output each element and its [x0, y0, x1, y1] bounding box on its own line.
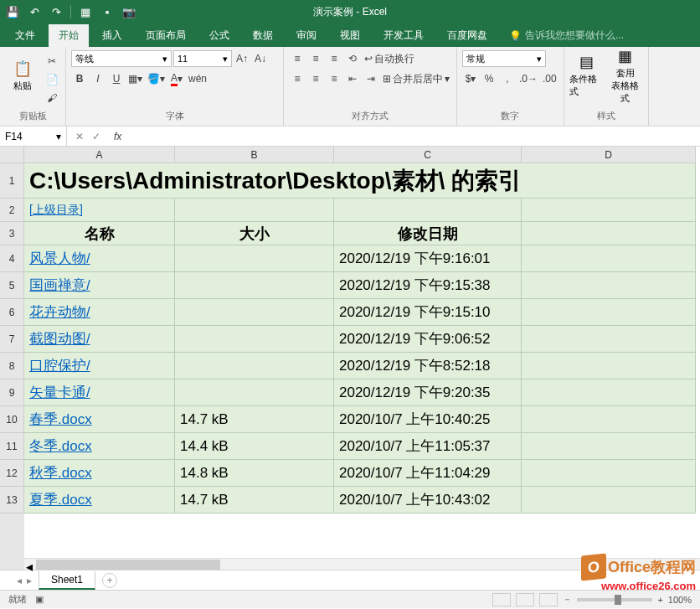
tab-file[interactable]: 文件	[5, 24, 45, 47]
cell-d7[interactable]	[522, 326, 696, 353]
cell-size[interactable]	[175, 245, 334, 272]
underline-button[interactable]: U	[108, 70, 125, 87]
font-color-button[interactable]: A▾	[168, 70, 185, 87]
cell-size[interactable]: 14.8 kB	[175, 460, 334, 487]
cell-date[interactable]: 2020/10/7 上午10:40:25	[334, 406, 522, 433]
row-header-11[interactable]: 11	[0, 433, 24, 460]
format-painter-icon[interactable]: 🖌	[44, 90, 60, 106]
macro-record-icon[interactable]: ▣	[35, 594, 44, 605]
cell-d13[interactable]	[522, 487, 696, 514]
align-top-icon[interactable]: ≡	[289, 50, 306, 67]
font-size-dropdown[interactable]: 11▾	[173, 50, 232, 67]
cell-d11[interactable]	[522, 433, 696, 460]
tab-dev[interactable]: 开发工具	[373, 24, 434, 47]
merge-button[interactable]: ⊞合并后居中▾	[381, 70, 451, 87]
wrap-text-button[interactable]: ↩自动换行	[363, 50, 416, 67]
page-layout-view-icon[interactable]	[516, 593, 534, 606]
col-header-d[interactable]: D	[522, 147, 696, 163]
orientation-icon[interactable]: ⟲	[344, 50, 361, 67]
file-link[interactable]: 夏季.docx	[24, 487, 175, 514]
row-header-2[interactable]: 2	[0, 199, 24, 222]
tab-data[interactable]: 数据	[243, 24, 283, 47]
cell-date[interactable]: 2020/10/7 上午11:05:37	[334, 433, 522, 460]
sheet-nav-prev-icon[interactable]: ◂	[17, 575, 22, 586]
decrease-indent-icon[interactable]: ⇤	[344, 70, 361, 87]
sheet-nav-next-icon[interactable]: ▸	[27, 575, 32, 586]
cell-date[interactable]: 2020/10/7 上午11:04:29	[334, 460, 522, 487]
increase-indent-icon[interactable]: ⇥	[363, 70, 379, 87]
folder-link[interactable]: 花卉动物/	[24, 299, 175, 326]
header-date[interactable]: 修改日期	[334, 222, 522, 245]
row-header-9[interactable]: 9	[0, 379, 24, 406]
qat-item-2-icon[interactable]: ▪	[100, 4, 115, 19]
cell-size[interactable]	[175, 379, 334, 406]
file-link[interactable]: 春季.docx	[24, 406, 175, 433]
folder-link[interactable]: 截图动图/	[24, 326, 175, 353]
cell-d9[interactable]	[522, 379, 696, 406]
decrease-decimal-icon[interactable]: .00	[541, 70, 558, 87]
comma-icon[interactable]: ,	[499, 70, 516, 87]
folder-link[interactable]: 国画禅意/	[24, 272, 175, 299]
row-header-7[interactable]: 7	[0, 326, 24, 353]
fill-color-button[interactable]: 🪣▾	[146, 70, 167, 87]
cell-d4[interactable]	[522, 245, 696, 272]
tab-formulas[interactable]: 公式	[199, 24, 239, 47]
cell-date[interactable]: 2020/12/19 下午9:16:01	[334, 245, 522, 272]
folder-link[interactable]: 风景人物/	[24, 245, 175, 272]
page-break-view-icon[interactable]	[539, 593, 558, 606]
row-header-13[interactable]: 13	[0, 487, 24, 514]
cell-size[interactable]	[175, 299, 334, 326]
add-sheet-button[interactable]: +	[102, 573, 117, 588]
cell-b2[interactable]	[175, 199, 334, 222]
cut-icon[interactable]: ✂	[44, 53, 60, 70]
tell-me-search[interactable]: 💡 告诉我您想要做什么...	[501, 24, 632, 47]
cell-d8[interactable]	[522, 353, 696, 379]
cell-d10[interactable]	[522, 406, 696, 433]
copy-icon[interactable]: 📄	[44, 71, 60, 88]
cancel-icon[interactable]: ✕	[75, 131, 84, 142]
cell-date[interactable]: 2020/12/19 下午9:20:35	[334, 379, 522, 406]
scrollbar-thumb[interactable]	[36, 560, 220, 570]
table-format-button[interactable]: ▦ 套用 表格格式	[608, 50, 643, 101]
number-format-dropdown[interactable]: 常规▾	[462, 50, 546, 67]
tab-layout[interactable]: 页面布局	[136, 24, 196, 47]
cell-date[interactable]: 2020/10/7 上午10:43:02	[334, 487, 522, 514]
grid[interactable]: C:\Users\Administrator\Desktop\素材\ 的索引 […	[24, 163, 700, 570]
border-button[interactable]: ▦▾	[126, 70, 144, 87]
cell-size[interactable]	[175, 326, 334, 353]
tab-baidu[interactable]: 百度网盘	[437, 24, 497, 47]
increase-font-icon[interactable]: A↑	[234, 50, 250, 67]
redo-icon[interactable]: ↷	[49, 4, 64, 19]
row-header-8[interactable]: 8	[0, 353, 24, 379]
italic-button[interactable]: I	[90, 70, 106, 87]
cell-d5[interactable]	[522, 272, 696, 299]
align-bottom-icon[interactable]: ≡	[326, 50, 342, 67]
cell-size[interactable]: 14.7 kB	[175, 406, 334, 433]
phonetic-button[interactable]: wén	[187, 70, 208, 87]
zoom-in-button[interactable]: +	[657, 595, 662, 605]
fx-icon[interactable]: fx	[109, 131, 126, 142]
row-header-4[interactable]: 4	[0, 245, 24, 272]
paste-button[interactable]: 📋 粘贴	[5, 50, 40, 101]
row-header-5[interactable]: 5	[0, 272, 24, 299]
file-link[interactable]: 冬季.docx	[24, 433, 175, 460]
tab-review[interactable]: 审阅	[286, 24, 327, 47]
folder-link[interactable]: 口腔保护/	[24, 353, 175, 379]
align-center-icon[interactable]: ≡	[307, 70, 324, 87]
header-size[interactable]: 大小	[175, 222, 334, 245]
align-left-icon[interactable]: ≡	[289, 70, 306, 87]
col-header-a[interactable]: A	[24, 147, 175, 163]
row-header-12[interactable]: 12	[0, 460, 24, 487]
file-link[interactable]: 秋季.docx	[24, 460, 175, 487]
tab-insert[interactable]: 插入	[92, 24, 132, 47]
cell-date[interactable]: 2020/12/19 下午9:15:38	[334, 272, 522, 299]
align-middle-icon[interactable]: ≡	[307, 50, 324, 67]
parent-dir-link[interactable]: [上级目录]	[24, 199, 175, 222]
col-header-b[interactable]: B	[175, 147, 334, 163]
cell-date[interactable]: 2020/12/19 下午9:15:10	[334, 299, 522, 326]
zoom-slider[interactable]	[577, 598, 652, 601]
tab-view[interactable]: 视图	[330, 24, 370, 47]
zoom-level[interactable]: 100%	[668, 595, 692, 605]
decrease-font-icon[interactable]: A↓	[252, 50, 269, 67]
percent-icon[interactable]: %	[481, 70, 497, 87]
